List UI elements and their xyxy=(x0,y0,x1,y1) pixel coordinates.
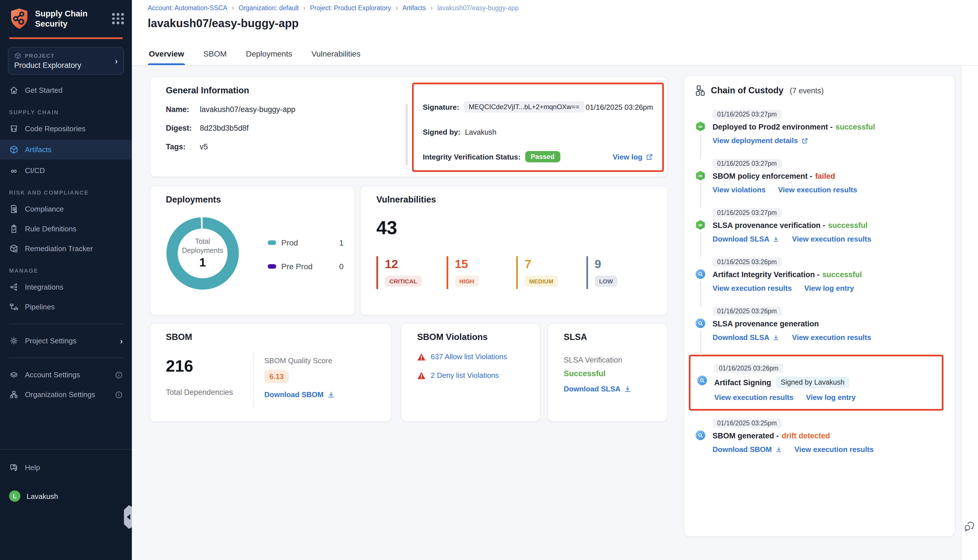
infinity-icon: ∞ xyxy=(9,166,19,175)
tab-overview[interactable]: Overview xyxy=(148,43,185,65)
severity-low: 9 LOW xyxy=(586,256,656,289)
chat-support-icon[interactable] xyxy=(963,520,976,535)
download-sbom-link[interactable]: Download SBOM xyxy=(264,390,335,399)
project-selector-label: PROJECT xyxy=(25,53,55,59)
medium-count: 7 xyxy=(525,257,586,271)
sidebar-item-label: Remediation Tracker xyxy=(25,244,123,253)
view-execution-results-link[interactable]: View execution results xyxy=(713,284,792,292)
view-violations-link[interactable]: View violations xyxy=(713,185,766,194)
app-grid-icon[interactable] xyxy=(112,13,124,24)
sidebar: Supply Chain Security PROJECT Product Ex… xyxy=(0,0,132,560)
external-link-icon xyxy=(801,137,808,144)
chevron-right-icon: › xyxy=(115,56,118,66)
project-selector-value: Product Exploratory xyxy=(14,61,115,70)
signed-by-label: Signed by: xyxy=(423,128,461,136)
view-execution-results-link[interactable]: View execution results xyxy=(778,185,857,194)
download-slsa-link[interactable]: Download SLSA xyxy=(564,385,632,393)
pre-prod-color-swatch xyxy=(268,264,276,269)
tags-value: v5 xyxy=(200,143,208,151)
integrity-status-label: Integrity Verification Status: xyxy=(423,152,521,161)
sidebar-item-label: Rule Definitions xyxy=(25,225,123,233)
sidebar-user[interactable]: L Lavakush xyxy=(0,485,132,507)
view-deployment-details-link[interactable]: View deployment details xyxy=(713,136,808,145)
sidebar-divider xyxy=(9,323,123,324)
artifact-cube-icon xyxy=(9,145,19,155)
tab-sbom[interactable]: SBOM xyxy=(202,43,228,65)
chain-event-slsa-generation: 01/16/2025 03:26pm SLSA provenance gener… xyxy=(696,305,943,342)
pipeline-run-icon: ∞ xyxy=(696,122,705,131)
view-execution-results-link[interactable]: View execution results xyxy=(714,393,793,402)
sidebar-item-help[interactable]: Help xyxy=(0,458,132,477)
sidebar-item-pipelines[interactable]: Pipelines xyxy=(0,297,132,317)
tags-label: Tags: xyxy=(166,143,192,151)
project-selector[interactable]: PROJECT Product Exploratory › xyxy=(8,47,124,75)
vulnerabilities-card: Vulnerabilities 43 12 CRITICAL 15 HIGH 7… xyxy=(360,185,668,316)
card-scrollbar[interactable] xyxy=(406,104,407,165)
chain-event-artifact-integrity: 01/16/2025 03:26pm Artifact Integrity Ve… xyxy=(696,256,943,292)
breadcrumb-artifacts[interactable]: Artifacts xyxy=(402,5,426,11)
chain-event-count: (7 events) xyxy=(790,86,824,95)
download-sbom-link[interactable]: Download SBOM xyxy=(713,445,782,454)
view-execution-results-link[interactable]: View execution results xyxy=(792,235,871,243)
pipeline-run-icon: ∞ xyxy=(696,220,705,230)
sidebar-item-label: Account Settings xyxy=(25,370,108,379)
sidebar-item-code-repositories[interactable]: Code Repositories xyxy=(0,119,132,138)
signature-value-chip[interactable]: MEQCICde2VjIT...bL+2+mqnOXw== xyxy=(464,101,585,113)
download-slsa-link[interactable]: Download SLSA xyxy=(713,235,779,243)
severity-critical: 12 CRITICAL xyxy=(376,256,446,289)
sidebar-item-cicd[interactable]: ∞ CI/CD xyxy=(0,161,132,180)
view-execution-results-link[interactable]: View execution results xyxy=(792,333,871,342)
cube-icon xyxy=(14,52,22,59)
sidebar-item-get-started[interactable]: Get Started xyxy=(0,80,132,100)
deny-list-violations-link[interactable]: 2 Deny list Violations xyxy=(431,371,499,380)
sidebar-nav: Get Started SUPPLY CHAIN Code Repositori… xyxy=(0,80,132,405)
event-title: Artifact Signing Signed by Lavakush xyxy=(714,377,935,388)
sidebar-item-integrations[interactable]: Integrations xyxy=(0,277,132,297)
view-execution-results-link[interactable]: View execution results xyxy=(794,445,874,454)
sidebar-header: Supply Chain Security xyxy=(0,0,132,36)
card-title: Deployments xyxy=(166,195,345,205)
slsa-verification-status: Successful xyxy=(564,369,657,378)
download-slsa-link[interactable]: Download SLSA xyxy=(713,333,779,342)
warning-triangle-icon xyxy=(417,372,426,379)
sidebar-item-project-settings[interactable]: Project Settings › xyxy=(0,331,132,351)
document-search-icon xyxy=(9,204,19,214)
info-icon[interactable] xyxy=(115,371,123,379)
card-title: SLSA xyxy=(564,332,657,342)
legend-label: Pre Prod xyxy=(281,262,313,271)
download-icon xyxy=(773,334,779,341)
event-title: SLSA provenance verification - successfu… xyxy=(713,221,943,230)
view-log-entry-link[interactable]: View log entry xyxy=(804,284,854,292)
chain-title: Chain of Custody xyxy=(711,85,784,96)
sidebar-item-account-settings[interactable]: Account Settings xyxy=(0,365,132,385)
sidebar-item-label: Pipelines xyxy=(25,303,123,311)
sidebar-divider xyxy=(9,357,123,358)
medium-badge: MEDIUM xyxy=(525,275,558,287)
main-content: General Information Name: lavakush07/eas… xyxy=(132,66,978,560)
breadcrumb-separator-icon: › xyxy=(303,4,305,12)
sidebar-item-remediation-tracker[interactable]: Remediation Tracker xyxy=(0,239,132,258)
view-log-link[interactable]: View log xyxy=(613,152,653,161)
donut-center-label: Total Deployments xyxy=(180,238,225,255)
event-title: Deployed to Prod2 environment - successf… xyxy=(713,123,943,131)
sidebar-section-supply-chain: SUPPLY CHAIN xyxy=(0,100,132,119)
breadcrumb-project[interactable]: Project: Product Exploratory xyxy=(310,5,391,11)
tab-vulnerabilities[interactable]: Vulnerabilities xyxy=(310,43,361,65)
view-log-entry-link[interactable]: View log entry xyxy=(806,393,856,402)
breadcrumb-organization[interactable]: Organization: default xyxy=(239,5,299,11)
sidebar-item-compliance[interactable]: Compliance xyxy=(0,199,132,219)
legend-value: 1 xyxy=(339,238,344,247)
allow-list-violations-link[interactable]: 637 Allow list Violations xyxy=(431,352,507,361)
sidebar-item-organization-settings[interactable]: Organization Settings xyxy=(0,385,132,405)
digest-label: Digest: xyxy=(166,124,192,132)
tab-deployments[interactable]: Deployments xyxy=(245,43,293,65)
allow-list-violations-item: 637 Allow list Violations xyxy=(417,352,530,361)
info-icon[interactable] xyxy=(115,391,123,398)
sidebar-item-rule-definitions[interactable]: Rule Definitions xyxy=(0,219,132,239)
sidebar-item-artifacts[interactable]: Artifacts xyxy=(0,140,132,160)
page-header: Account: Automation-SSCA › Organization:… xyxy=(132,0,978,66)
breadcrumb-account[interactable]: Account: Automation-SSCA xyxy=(148,5,227,11)
legend-label: Prod xyxy=(281,238,298,247)
digest-value: 8d23bd3b5d8f xyxy=(200,124,249,132)
event-timestamp: 01/16/2025 03:25pm xyxy=(713,418,781,428)
